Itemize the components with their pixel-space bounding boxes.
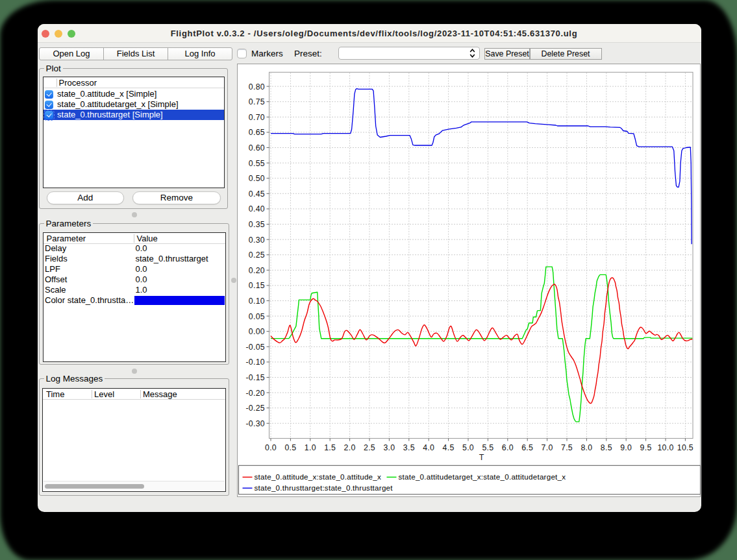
svg-text:8.0: 8.0: [581, 443, 592, 452]
svg-text:3.5: 3.5: [403, 443, 414, 452]
svg-text:0.05: 0.05: [248, 311, 264, 321]
svg-text:0.55: 0.55: [248, 158, 264, 167]
svg-text:0.10: 0.10: [248, 297, 264, 306]
svg-text:state_0.attitudetarget_x:state: state_0.attitudetarget_x:state_0.attitud…: [398, 472, 566, 481]
svg-text:7.5: 7.5: [561, 443, 573, 452]
svg-text:0.50: 0.50: [248, 174, 264, 183]
svg-text:2.0: 2.0: [344, 443, 355, 452]
svg-text:0.35: 0.35: [248, 220, 264, 229]
svg-text:6.5: 6.5: [521, 443, 533, 452]
svg-text:0.60: 0.60: [248, 143, 264, 152]
svg-text:0.00: 0.00: [248, 327, 264, 336]
svg-text:-0.05: -0.05: [245, 342, 265, 351]
svg-text:0.5: 0.5: [284, 443, 296, 452]
svg-text:0.40: 0.40: [248, 204, 264, 213]
svg-text:state_0.thrusttarget:state_0.t: state_0.thrusttarget:state_0.thrusttarge…: [254, 483, 393, 492]
svg-text:0.45: 0.45: [248, 189, 264, 198]
svg-text:7.0: 7.0: [541, 443, 553, 452]
svg-text:0.75: 0.75: [248, 97, 264, 106]
svg-text:10.5: 10.5: [677, 443, 693, 452]
svg-text:0.70: 0.70: [248, 112, 264, 121]
svg-text:0.25: 0.25: [248, 250, 264, 260]
svg-text:0.0: 0.0: [265, 443, 277, 452]
svg-text:5.5: 5.5: [482, 443, 493, 452]
svg-text:-0.30: -0.30: [245, 419, 265, 428]
svg-text:5.0: 5.0: [462, 443, 474, 452]
svg-text:4.5: 4.5: [442, 443, 454, 452]
svg-text:1.5: 1.5: [324, 443, 336, 452]
svg-text:10.0: 10.0: [657, 443, 673, 452]
svg-text:1.0: 1.0: [304, 443, 316, 452]
svg-text:9.5: 9.5: [640, 443, 651, 452]
svg-text:6.0: 6.0: [501, 443, 513, 452]
svg-text:-0.15: -0.15: [245, 373, 265, 382]
svg-text:0.80: 0.80: [248, 82, 264, 91]
svg-text:T: T: [479, 453, 484, 462]
svg-text:4.0: 4.0: [423, 443, 434, 452]
svg-text:0.15: 0.15: [248, 281, 264, 290]
svg-text:-0.10: -0.10: [245, 358, 265, 367]
svg-text:0.20: 0.20: [248, 265, 264, 274]
svg-text:state_0.attitude_x:state_0.att: state_0.attitude_x:state_0.attitude_x: [254, 472, 381, 481]
svg-text:9.0: 9.0: [620, 443, 632, 452]
svg-text:8.5: 8.5: [600, 443, 612, 452]
svg-text:0.65: 0.65: [248, 128, 264, 137]
svg-text:-0.25: -0.25: [245, 404, 265, 413]
svg-text:0.30: 0.30: [248, 235, 264, 244]
svg-text:2.5: 2.5: [364, 443, 375, 452]
svg-text:3.0: 3.0: [383, 443, 395, 452]
svg-text:-0.20: -0.20: [245, 388, 265, 397]
